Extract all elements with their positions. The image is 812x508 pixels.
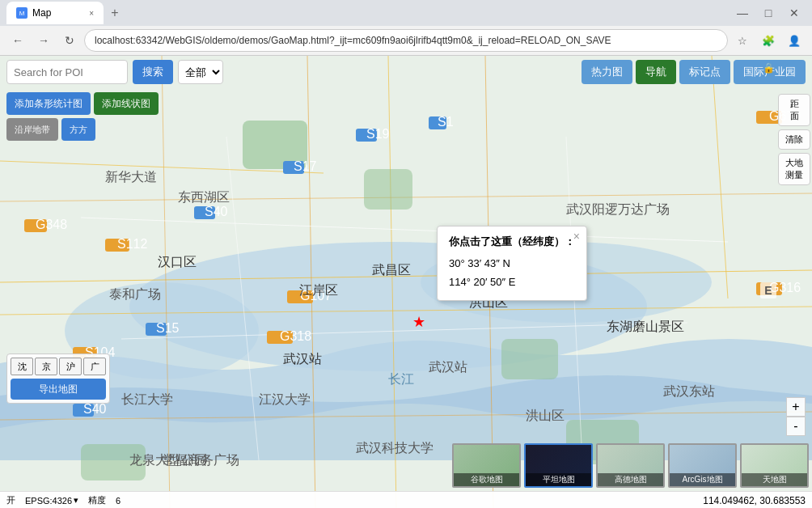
- svg-text:武汉东站: 武汉东站: [663, 384, 715, 398]
- bookmark-btn[interactable]: ☆: [731, 29, 754, 52]
- svg-text:武汉阳逻万达广场: 武汉阳逻万达广场: [566, 202, 670, 216]
- svg-text:洪山区: 洪山区: [526, 409, 565, 422]
- red-star-marker: ★: [412, 313, 425, 331]
- thumb-google-label: 谷歌地图: [454, 473, 519, 486]
- svg-line-16: [81, 218, 728, 242]
- map-popup: × 你点击了这重（经纬度）： 30° 33′ 43″ N 114° 20′ 50…: [437, 226, 587, 301]
- tab-title: Map: [32, 7, 51, 19]
- svg-text:长江大学: 长江大学: [121, 392, 173, 406]
- coord-btn-jing[interactable]: 京: [35, 358, 57, 375]
- power-label: 开: [6, 494, 15, 506]
- lat-min: 33′: [467, 257, 481, 269]
- marker-btn[interactable]: 标记点: [679, 60, 730, 84]
- thumb-arcgis[interactable]: ArcGis地图: [668, 443, 737, 488]
- coord-buttons-panel: 沈 京 沪 广 导出地图: [6, 353, 110, 404]
- left-toolbar-row2: 沿岸地带 方方: [6, 118, 159, 141]
- browser-nav-bar: ← → ↻ ☆ 🧩 👤: [0, 26, 812, 55]
- svg-text:龙泉大型公园: 龙泉大型公园: [129, 453, 207, 467]
- back-btn[interactable]: ←: [6, 29, 29, 52]
- epsg-dropdown-icon[interactable]: ▾: [74, 495, 78, 506]
- svg-text:S40: S40: [83, 402, 107, 416]
- svg-text:江汉大学: 江汉大学: [259, 392, 311, 406]
- browser-tab-map[interactable]: M Map ×: [6, 2, 104, 24]
- forward-btn[interactable]: →: [32, 29, 55, 52]
- thumb-tianditu[interactable]: 天地图: [740, 443, 809, 488]
- top-toolbar: 搜索 全部 热力图 导航 标记点 国际产业园 🔒: [0, 56, 812, 88]
- lon-sec: 50″: [490, 276, 505, 288]
- thumb-google[interactable]: 谷歌地图: [452, 443, 521, 488]
- add-shape-chart-btn[interactable]: 添加条形统计图: [6, 92, 91, 115]
- profile-btn[interactable]: 👤: [783, 29, 806, 52]
- search-button[interactable]: 搜索: [133, 60, 173, 84]
- minimize-btn[interactable]: —: [731, 2, 754, 24]
- lon-min: 20′: [474, 276, 488, 288]
- popup-coordinates: 30° 33′ 43″ N 114° 20′ 50″ E: [449, 254, 575, 292]
- lock-icon: 🔒: [763, 62, 775, 74]
- svg-text:长江: 长江: [388, 372, 414, 386]
- search-input[interactable]: [6, 60, 128, 84]
- left-toolbar: 添加条形统计图 添加线状图 沿岸地带 方方: [6, 92, 159, 141]
- epsg-selector[interactable]: EPSG:4326 ▾: [25, 495, 78, 506]
- zoom-in-btn[interactable]: +: [786, 397, 806, 417]
- coord-btn-shen[interactable]: 沈: [11, 358, 33, 375]
- add-line-chart-btn[interactable]: 添加线状图: [94, 92, 159, 115]
- gold-area-btn[interactable]: 沿岸地带: [6, 118, 58, 141]
- zoom-controls: + -: [786, 397, 806, 436]
- browser-tabs: M Map × + — □ ✕: [0, 0, 812, 26]
- heatmap-btn[interactable]: 热力图: [582, 60, 632, 84]
- restore-btn[interactable]: □: [757, 2, 780, 24]
- address-bar[interactable]: [84, 29, 728, 52]
- svg-text:武汉科技大学: 武汉科技大学: [356, 441, 433, 455]
- svg-text:武汉站: 武汉站: [283, 352, 322, 366]
- zoom-out-btn[interactable]: -: [786, 417, 806, 436]
- tab-favicon: M: [16, 7, 27, 19]
- svg-text:武昌区: 武昌区: [372, 263, 411, 277]
- coord-btn-row: 沈 京 沪 广: [11, 358, 106, 375]
- svg-text:S1: S1: [438, 115, 454, 129]
- svg-text:S112: S112: [117, 237, 147, 251]
- clear-btn[interactable]: 清除: [778, 129, 810, 150]
- browser-chrome: M Map × + — □ ✕ ← → ↻ ☆ 🧩 👤: [0, 0, 812, 56]
- svg-text:G318: G318: [280, 329, 311, 343]
- precision-label: 精度: [88, 494, 106, 506]
- refresh-btn[interactable]: ↻: [58, 29, 81, 52]
- svg-text:S15: S15: [156, 321, 180, 335]
- compass-indicator: E: [760, 282, 776, 298]
- svg-text:新华大道: 新华大道: [105, 170, 157, 184]
- lat-deg: 30°: [449, 257, 465, 269]
- lon-dir: E: [509, 276, 516, 288]
- precision-value: 6: [116, 496, 121, 506]
- svg-text:东湖磨山景区: 东湖磨山景区: [607, 320, 684, 333]
- svg-rect-12: [364, 169, 412, 210]
- search-select[interactable]: 全部: [178, 60, 223, 84]
- right-side-panel: 距面 清除 大地测量: [776, 92, 812, 187]
- nav-btn[interactable]: 导航: [636, 60, 676, 84]
- svg-text:S19: S19: [366, 127, 390, 141]
- export-map-btn[interactable]: 导出地图: [11, 379, 106, 400]
- svg-text:汉口区: 汉口区: [158, 255, 197, 269]
- earth-measure-btn[interactable]: 大地测量: [778, 153, 810, 185]
- svg-text:武汉站: 武汉站: [429, 360, 467, 374]
- thumb-tianditu-label: 天地图: [742, 473, 807, 486]
- lat-dir: N: [503, 257, 510, 269]
- left-toolbar-row1: 添加条形统计图 添加线状图: [6, 92, 159, 115]
- svg-text:S40: S40: [205, 205, 228, 218]
- close-btn[interactable]: ✕: [783, 2, 806, 24]
- area-btn[interactable]: 方方: [61, 118, 95, 141]
- epsg-value: EPSG:4326: [25, 496, 72, 506]
- coord-btn-guang[interactable]: 广: [83, 358, 106, 375]
- tab-close-btn[interactable]: ×: [89, 9, 94, 18]
- lat-sec: 43″: [484, 257, 500, 269]
- extensions-btn[interactable]: 🧩: [757, 29, 780, 52]
- thumb-gaode[interactable]: 高德地图: [596, 443, 665, 488]
- svg-text:G348: G348: [36, 218, 67, 231]
- status-bar: 开 EPSG:4326 ▾ 精度 6 114.049462, 30.683553: [0, 491, 812, 508]
- coord-btn-hu[interactable]: 沪: [59, 358, 82, 375]
- app-container: G348 S112 S40 S17 S19 S1 G107 G318 S15 S…: [0, 56, 812, 508]
- popup-close-btn[interactable]: ×: [573, 230, 580, 243]
- new-tab-btn[interactable]: +: [104, 2, 126, 24]
- map-thumbnails: 谷歌地图 平坦地图 高德地图 ArcGis地图 天地图: [452, 443, 809, 488]
- thumb-flat[interactable]: 平坦地图: [524, 443, 593, 488]
- distance-area-btn[interactable]: 距面: [778, 94, 810, 126]
- popup-title: 你点击了这重（经纬度）：: [449, 235, 575, 249]
